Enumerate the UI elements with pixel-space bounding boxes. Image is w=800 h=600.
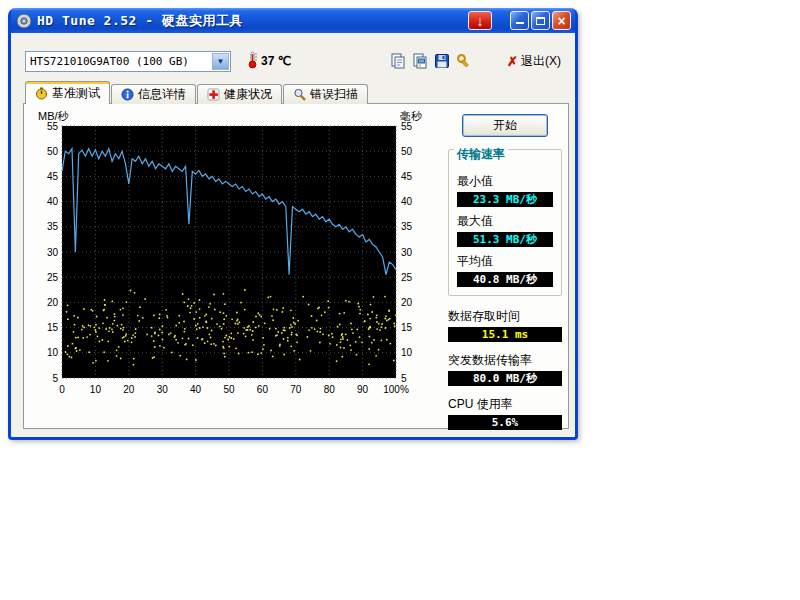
svg-text:0: 0 (59, 384, 65, 395)
exit-button[interactable]: ✗ 退出(X) (503, 51, 565, 72)
toolbar: HTS721010G9AT00 (100 GB) ▼ 37 ℃ (25, 49, 565, 73)
copy-image-icon[interactable] (409, 51, 431, 71)
svg-text:15: 15 (401, 322, 413, 333)
access-time-section: 数据存取时间 15.1 ms (448, 308, 562, 342)
svg-text:20: 20 (123, 384, 135, 395)
max-label: 最大值 (457, 213, 553, 230)
svg-text:40: 40 (47, 196, 59, 207)
svg-text:60: 60 (257, 384, 269, 395)
start-button[interactable]: 开始 (462, 114, 548, 137)
max-value: 51.3 MB/秒 (473, 232, 537, 247)
svg-text:35: 35 (401, 221, 413, 232)
svg-text:5: 5 (52, 373, 58, 384)
avg-value-box: 40.8 MB/秒 (457, 272, 553, 287)
burst-rate-section: 突发数据传输率 80.0 MB/秒 (448, 352, 562, 386)
exit-x-icon: ✗ (507, 54, 518, 69)
benchmark-icon (35, 87, 48, 100)
thermometer-icon (247, 50, 258, 73)
burst-rate-value: 80.0 MB/秒 (473, 371, 537, 386)
maximize-button[interactable] (531, 11, 550, 30)
min-value-box: 23.3 MB/秒 (457, 192, 553, 207)
maximize-icon (536, 17, 545, 25)
svg-text:50: 50 (401, 146, 413, 157)
burst-rate-value-box: 80.0 MB/秒 (448, 371, 562, 386)
svg-text:30: 30 (157, 384, 169, 395)
window-title: HD Tune 2.52 - 硬盘实用工具 (37, 12, 466, 30)
avg-label: 平均值 (457, 253, 553, 270)
cpu-usage-value: 5.6% (492, 416, 519, 429)
svg-text:30: 30 (47, 247, 59, 258)
temperature-value: 37 ℃ (261, 54, 291, 68)
cpu-usage-label: CPU 使用率 (448, 396, 562, 413)
svg-text:45: 45 (47, 171, 59, 182)
transfer-rate-title: 传输速率 (454, 146, 508, 163)
svg-text:10: 10 (90, 384, 102, 395)
chevron-down-icon[interactable]: ▼ (212, 53, 229, 70)
tab-health[interactable]: 健康状况 (197, 84, 282, 104)
svg-text:25: 25 (401, 272, 413, 283)
svg-text:10: 10 (401, 347, 413, 358)
app-icon (16, 13, 32, 29)
info-icon (121, 88, 134, 101)
window-body: HTS721010G9AT00 (100 GB) ▼ 37 ℃ (11, 33, 575, 437)
tab-info-label: 信息详情 (138, 86, 186, 103)
cpu-usage-value-box: 5.6% (448, 415, 562, 430)
tab-benchmark-label: 基准测试 (52, 85, 100, 102)
access-time-value: 15.1 ms (482, 328, 528, 341)
min-label: 最小值 (457, 173, 553, 190)
svg-text:25: 25 (47, 272, 59, 283)
burst-rate-label: 突发数据传输率 (448, 352, 562, 369)
svg-text:20: 20 (401, 297, 413, 308)
toolbar-icons (387, 51, 475, 71)
svg-text:10: 10 (47, 347, 59, 358)
benchmark-chart-wrap: MB/秒毫秒5555505045454040353530302525202015… (28, 110, 436, 414)
transfer-rate-group: 传输速率 最小值 23.3 MB/秒 最大值 51.3 MB/秒 平均值 40.… (448, 149, 562, 296)
svg-text:55: 55 (401, 121, 413, 132)
svg-text:80: 80 (324, 384, 336, 395)
error-scan-icon (293, 88, 306, 101)
benchmark-tabpage: MB/秒毫秒5555505045454040353530302525202015… (23, 103, 569, 429)
svg-text:70: 70 (290, 384, 302, 395)
drive-select[interactable]: HTS721010G9AT00 (100 GB) ▼ (25, 51, 231, 72)
hdtune-window: HD Tune 2.52 - 硬盘实用工具 ↓ × HTS721010G9AT0… (8, 8, 578, 440)
save-icon[interactable] (431, 51, 453, 71)
copy-text-icon[interactable] (387, 51, 409, 71)
health-icon (207, 88, 220, 101)
options-icon[interactable] (453, 51, 475, 71)
svg-text:50: 50 (223, 384, 235, 395)
benchmark-chart: MB/秒毫秒5555505045454040353530302525202015… (28, 110, 436, 410)
tab-benchmark[interactable]: 基准测试 (25, 81, 110, 104)
minimize-icon (516, 17, 524, 24)
minimize-button[interactable] (510, 11, 529, 30)
svg-text:100%: 100% (383, 384, 409, 395)
svg-text:15: 15 (47, 322, 59, 333)
svg-text:90: 90 (357, 384, 369, 395)
results-panel: 开始 传输速率 最小值 23.3 MB/秒 最大值 51.3 MB/秒 平均值 … (448, 114, 562, 440)
tab-info[interactable]: 信息详情 (111, 84, 196, 104)
svg-text:30: 30 (401, 247, 413, 258)
tab-error-scan[interactable]: 错误扫描 (283, 84, 368, 104)
svg-text:55: 55 (47, 121, 59, 132)
tab-strip: 基准测试 信息详情 健康状况 错误扫描 (25, 81, 369, 104)
svg-text:40: 40 (190, 384, 202, 395)
access-time-label: 数据存取时间 (448, 308, 562, 325)
cpu-usage-section: CPU 使用率 5.6% (448, 396, 562, 430)
svg-text:35: 35 (47, 221, 59, 232)
svg-text:5: 5 (401, 373, 407, 384)
tab-error-scan-label: 错误扫描 (310, 86, 358, 103)
min-value: 23.3 MB/秒 (473, 192, 537, 207)
avg-value: 40.8 MB/秒 (473, 272, 537, 287)
max-value-box: 51.3 MB/秒 (457, 232, 553, 247)
svg-text:45: 45 (401, 171, 413, 182)
update-button[interactable]: ↓ (468, 11, 492, 30)
svg-text:20: 20 (47, 297, 59, 308)
drive-select-value: HTS721010G9AT00 (100 GB) (26, 55, 211, 68)
svg-text:40: 40 (401, 196, 413, 207)
close-button[interactable]: × (552, 11, 571, 30)
tab-health-label: 健康状况 (224, 86, 272, 103)
svg-text:50: 50 (47, 146, 59, 157)
access-time-value-box: 15.1 ms (448, 327, 562, 342)
exit-label: 退出(X) (521, 53, 561, 70)
titlebar[interactable]: HD Tune 2.52 - 硬盘实用工具 ↓ × (11, 8, 575, 33)
